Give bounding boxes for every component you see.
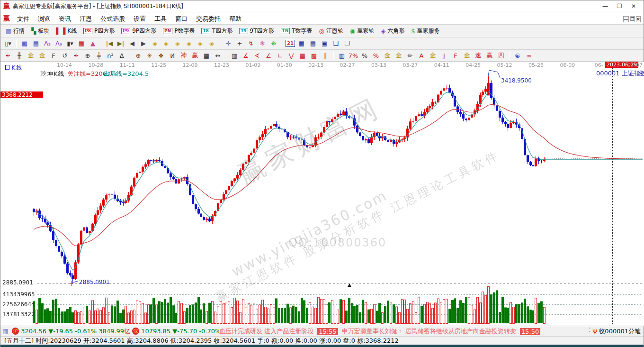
angle-line-2-icon[interactable]: ⋁ bbox=[286, 51, 296, 60]
red-brush-icon[interactable]: ✒ bbox=[71, 51, 81, 60]
spiral-tool-icon[interactable]: ↺ bbox=[60, 51, 70, 60]
bar-stats-icon[interactable]: ▥ bbox=[337, 51, 347, 60]
ying-angle-icon[interactable]: 赢 bbox=[484, 51, 495, 60]
hand-tool-icon[interactable]: ✛ bbox=[223, 39, 233, 48]
toolbar-p-square-button[interactable]: P8P四方形 bbox=[80, 26, 118, 36]
ying-grid-icon[interactable]: 赢 bbox=[190, 51, 200, 60]
box-grid-icon[interactable]: ▥ bbox=[229, 51, 240, 60]
toolbar-gann-wheel-button[interactable]: ◎江恩轮 bbox=[316, 26, 347, 36]
toolbar-quotes-button[interactable]: ▦行情 bbox=[2, 26, 28, 36]
gann-box-icon[interactable]: ❖ bbox=[156, 51, 166, 60]
angle-flag-icon[interactable]: ∆ bbox=[116, 51, 127, 60]
toolbar-9t-square-button[interactable]: T99T四方形 bbox=[236, 26, 277, 36]
gold-circle-icon[interactable]: 金 bbox=[382, 51, 393, 60]
a-wave-icon[interactable]: A bbox=[416, 51, 427, 60]
expand-horizontal-icon[interactable]: ◈ bbox=[172, 39, 183, 48]
gann-compass-icon[interactable]: ⊕ bbox=[133, 51, 143, 60]
f-angle-icon[interactable]: F bbox=[450, 51, 461, 60]
red-fan-3-icon[interactable]: ∠ bbox=[263, 51, 274, 60]
expand-vertical-icon[interactable]: ◈ bbox=[195, 39, 206, 48]
expand-left-icon[interactable]: ◈ bbox=[150, 39, 160, 48]
toolbar-p-number-table-button[interactable]: PNP数字表 bbox=[160, 26, 198, 36]
infinity-icon[interactable]: ∞ bbox=[524, 51, 534, 60]
save-icon[interactable]: ▣ bbox=[319, 39, 330, 48]
menu-item-工具[interactable]: 工具 bbox=[150, 14, 171, 24]
ink-brush-icon[interactable]: ✏ bbox=[405, 51, 415, 60]
gold-angle-icon[interactable]: 金 bbox=[462, 51, 472, 60]
close-button[interactable]: ✕ bbox=[626, 3, 641, 9]
calendar-21-icon[interactable]: 21 bbox=[285, 39, 295, 48]
f-grid-icon[interactable]: F bbox=[48, 51, 59, 60]
grid-ruler-icon[interactable]: ╫ bbox=[14, 51, 25, 60]
gold-grid-2-icon[interactable]: 金 bbox=[37, 51, 47, 60]
menu-item-设置[interactable]: 设置 bbox=[129, 14, 150, 24]
j-angle-icon[interactable]: J bbox=[439, 51, 449, 60]
toolbar-hexagon-button[interactable]: ◈六角形 bbox=[377, 26, 408, 36]
form-view-icon[interactable]: ▤ bbox=[31, 39, 41, 48]
toolbar-sectors-button[interactable]: ▚板块 bbox=[28, 26, 53, 36]
mdi-minimize-button[interactable]: — bbox=[623, 16, 629, 22]
width-measure-icon[interactable]: ↔ bbox=[213, 51, 223, 60]
last-page-icon[interactable]: ▶| bbox=[116, 39, 126, 48]
pointer-wave-icon[interactable]: ↯ bbox=[246, 39, 256, 48]
toolbar-kline-button[interactable]: ▌▐K线 bbox=[53, 26, 80, 36]
mdi-restore-button[interactable]: ❐ bbox=[630, 16, 635, 22]
web-chart-icon[interactable]: ▩ bbox=[19, 39, 30, 48]
menu-item-江恩[interactable]: 江恩 bbox=[75, 14, 96, 24]
menu-item-浏览[interactable]: 浏览 bbox=[34, 14, 54, 24]
shen-grid-icon[interactable]: 神 bbox=[179, 51, 189, 60]
kline-style-dropdown-icon[interactable]: ▯▾ bbox=[3, 39, 13, 48]
toolbar-t-square-button[interactable]: T8T四方形 bbox=[198, 26, 236, 36]
menu-item-帮助[interactable]: 帮助 bbox=[225, 14, 246, 24]
notebook-icon[interactable]: ▤ bbox=[308, 39, 318, 48]
minimize-button[interactable]: — bbox=[598, 3, 612, 9]
wave-3-icon[interactable]: Λ₃ bbox=[42, 39, 53, 48]
next-page-icon[interactable]: ▶ bbox=[138, 39, 149, 48]
toolbar-9p-square-button[interactable]: P99P四方形 bbox=[118, 26, 160, 36]
print-icon[interactable]: ❒ bbox=[342, 39, 352, 48]
circle-grid-icon[interactable]: ⊕ bbox=[82, 51, 93, 60]
brain-green-icon[interactable]: ❊ bbox=[268, 39, 279, 48]
parallel-lines-icon[interactable]: ∥ bbox=[320, 51, 331, 60]
toolbar-t-number-table-button[interactable]: TNT数字表 bbox=[277, 26, 316, 36]
calculator-icon[interactable]: ▦ bbox=[296, 39, 307, 48]
grid-red-1-icon[interactable]: ▦ bbox=[297, 51, 308, 60]
gold-grid-1-icon[interactable]: 金 bbox=[26, 51, 36, 60]
restore-button[interactable]: ❐ bbox=[612, 3, 626, 9]
menu-item-资讯[interactable]: 资讯 bbox=[54, 14, 75, 24]
angle-line-1-icon[interactable]: ∟ bbox=[275, 51, 285, 60]
gold-baseline-icon[interactable]: 金 bbox=[394, 51, 404, 60]
seven-percent-icon[interactable]: 7% bbox=[348, 51, 358, 60]
quote-grid-icon[interactable]: ▦ bbox=[2, 328, 8, 335]
ruler-grid-icon[interactable]: ▦ bbox=[201, 51, 212, 60]
ticker-scroll-arrows[interactable]: ˄˅ bbox=[589, 328, 590, 335]
crosshair-tool-icon[interactable]: + bbox=[234, 39, 245, 48]
n2-grid-icon[interactable]: n² bbox=[105, 51, 116, 60]
taichi-icon[interactable]: ☯ bbox=[512, 51, 523, 60]
menu-item-窗口[interactable]: 窗口 bbox=[171, 14, 192, 24]
brain-pink-icon[interactable]: ❃ bbox=[257, 39, 268, 48]
hash-grid-icon[interactable]: ╪ bbox=[94, 51, 104, 60]
percent-baseline-icon[interactable]: % bbox=[371, 51, 381, 60]
toolbar-winner-wheel-button[interactable]: ◉赢家轮 bbox=[347, 26, 377, 36]
expand-both-icon[interactable]: ◈ bbox=[206, 39, 217, 48]
four-angle-icon[interactable]: 四 bbox=[496, 51, 506, 60]
prev-page-icon[interactable]: ◀ bbox=[127, 39, 137, 48]
menu-item-文件[interactable]: 文件 bbox=[13, 14, 34, 24]
pen-tool-icon[interactable]: ✒ bbox=[3, 51, 13, 60]
gann-web-icon[interactable]: ✳ bbox=[144, 51, 155, 60]
percent-icon[interactable]: % bbox=[359, 51, 370, 60]
gann-grid-icon[interactable]: ▦ bbox=[76, 39, 87, 48]
grid-red-2-icon[interactable]: ▩ bbox=[309, 51, 319, 60]
menu-item-交易委托[interactable]: 交易委托 bbox=[192, 14, 225, 24]
red-fan-1-icon[interactable]: ∡ bbox=[241, 51, 251, 60]
red-fan-2-icon[interactable]: ∢ bbox=[252, 51, 262, 60]
speed-angle-icon[interactable]: 速 bbox=[473, 51, 483, 60]
mdi-close-button[interactable]: ✕ bbox=[636, 16, 641, 22]
candle-style-dropdown-icon[interactable]: ▮▾ bbox=[65, 39, 75, 48]
compress-horizontal-icon[interactable]: ◈ bbox=[184, 39, 194, 48]
toolbar-winner-service-button[interactable]: $赢家服务 bbox=[408, 26, 443, 36]
export-icon[interactable]: ❏ bbox=[331, 39, 341, 48]
chart-area[interactable]: 日K线 10-1410-2811-1111-2512-0912-2301-090… bbox=[0, 62, 644, 326]
gold-line-2-icon[interactable]: 金 bbox=[428, 51, 438, 60]
